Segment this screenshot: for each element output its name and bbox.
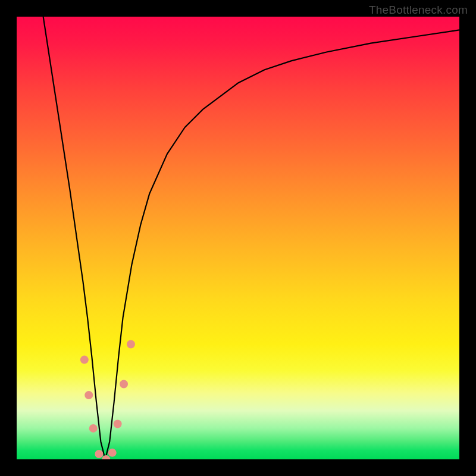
curve-path xyxy=(43,17,459,459)
plot-area xyxy=(17,17,459,459)
curve-line xyxy=(43,17,459,459)
data-marker xyxy=(84,391,93,399)
data-marker xyxy=(80,356,89,364)
data-marker xyxy=(114,419,122,428)
data-marker xyxy=(108,449,117,457)
marker-group xyxy=(80,340,135,459)
data-marker xyxy=(95,450,103,458)
data-marker xyxy=(120,380,128,389)
data-marker xyxy=(102,455,110,459)
data-marker xyxy=(127,340,135,349)
data-marker xyxy=(89,424,98,433)
watermark-text: TheBottleneck.com xyxy=(369,4,468,17)
chart-svg xyxy=(17,17,459,459)
chart-frame: TheBottleneck.com xyxy=(0,0,476,476)
